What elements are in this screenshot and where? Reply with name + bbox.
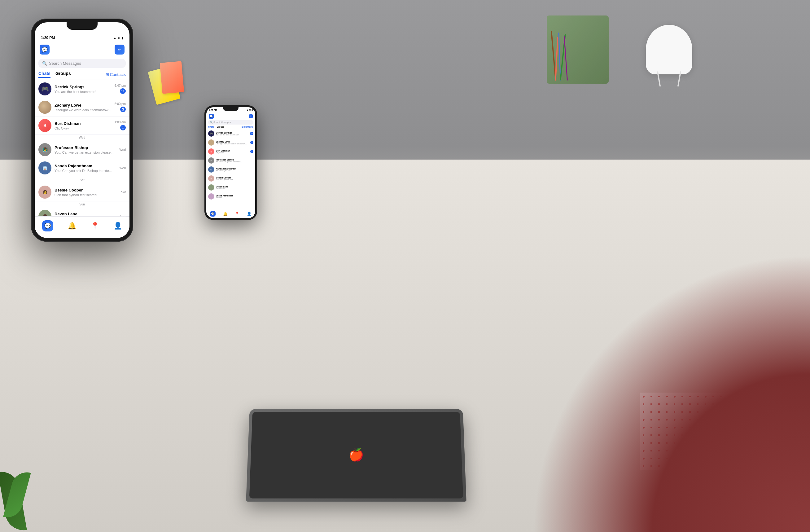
contacts-label: Contacts bbox=[110, 72, 126, 77]
small-chat-item[interactable]: B Bert Dishman Oh, Okay 1 bbox=[206, 147, 255, 156]
small-header: 💬 ✏ bbox=[206, 113, 255, 119]
nav-notifications[interactable]: 🔔 bbox=[68, 222, 76, 230]
search-bar[interactable]: 🔍 Search Messages bbox=[38, 59, 126, 68]
small-nav-profile[interactable]: 👤 bbox=[247, 212, 252, 216]
small-chat-name: Zachary Lowe bbox=[216, 141, 249, 143]
phone-notch bbox=[67, 22, 98, 30]
status-bar: 1:20 PM ▲ ⊕ ▮ bbox=[35, 32, 129, 42]
small-search[interactable]: 🔍 Search Messages bbox=[208, 120, 253, 125]
small-nav-location[interactable]: 📍 bbox=[235, 212, 240, 216]
small-chat-content: Nanda Rajarathnam You: Can you ask... bbox=[216, 167, 253, 172]
small-nav-bell[interactable]: 🔔 bbox=[223, 212, 228, 216]
status-icons: ▲ ⊕ ▮ bbox=[113, 36, 123, 40]
small-avatar bbox=[208, 140, 214, 146]
chat-item-bessie[interactable]: 👩 Bessie Cooper 0 on that python test sc… bbox=[35, 183, 129, 201]
chat-name: Professor Bishop bbox=[54, 145, 116, 150]
unread-badge: 1 bbox=[120, 125, 126, 130]
small-chat-item[interactable]: P Professor Bishop You: Can we get an ex… bbox=[206, 156, 255, 165]
laptop: 🍎 bbox=[246, 409, 467, 502]
nav-chats[interactable]: 💬 bbox=[42, 220, 53, 231]
chat-meta: 6:47 pm 11 bbox=[115, 84, 126, 94]
chat-meta: Wed bbox=[119, 166, 126, 170]
chat-preview: Oh, Okay bbox=[54, 126, 112, 130]
avatar bbox=[38, 101, 51, 114]
small-logo: 💬 bbox=[209, 114, 214, 119]
small-tab-groups[interactable]: Groups bbox=[216, 126, 224, 128]
small-chat-content: Derrick Springs You are the best teammat… bbox=[216, 132, 248, 136]
small-nav-chats[interactable]: 💬 bbox=[210, 211, 215, 216]
chat-name: Bert Dishman bbox=[54, 121, 112, 126]
chat-item[interactable]: Zachary Lowe I thought we were doin it t… bbox=[35, 98, 129, 116]
chat-preview: 0 on that python test scored bbox=[54, 193, 118, 197]
small-chat-item[interactable]: B Bessie Cooper 0 on that python test bbox=[206, 174, 255, 183]
nav-profile[interactable]: 👤 bbox=[114, 222, 122, 230]
phone-small: 1:20 PM ▲ ⊕ ▮ 💬 ✏ 🔍 Search Messages Chat… bbox=[205, 106, 257, 220]
small-chat-item[interactable]: N Nanda Rajarathnam You: Can you ask... bbox=[206, 165, 255, 174]
small-tab-contacts[interactable]: ⊞ Contacts bbox=[242, 126, 253, 128]
phone-large-screen: 1:20 PM ▲ ⊕ ▮ 💬 ✏ bbox=[35, 22, 129, 238]
chat-meta: Sat bbox=[121, 191, 126, 194]
tabs-container: Chats Groups ⊞ Contacts bbox=[35, 70, 129, 80]
compose-button[interactable]: ✏ bbox=[115, 45, 125, 54]
chat-content: Professor Bishop You: Can we get an exte… bbox=[54, 145, 116, 154]
chat-meta: 6:00 pm 3 bbox=[115, 102, 126, 112]
small-chat-name: Derrick Springs bbox=[216, 132, 248, 134]
chat-content: Nanda Rajarathnam You: Can you ask Dr. B… bbox=[54, 164, 116, 173]
chat-name: Nanda Rajarathnam bbox=[54, 164, 116, 168]
small-avatar bbox=[208, 193, 214, 199]
small-chat-content: Devon Lane IM RAGING bbox=[216, 186, 253, 190]
small-chat-item[interactable]: Zachary Lowe I thought we were doin it t… bbox=[206, 138, 255, 147]
status-time: 1:20 PM bbox=[41, 36, 55, 40]
small-chat-name: Bessie Cooper bbox=[216, 177, 253, 179]
background-scene: 🍎 1:20 PM ▲ ⊕ ▮ bbox=[0, 0, 810, 532]
battery-icon: ▮ bbox=[122, 36, 123, 40]
book-decoration-2 bbox=[160, 61, 184, 94]
small-chat-list: 🎮 Derrick Springs You are the best teamm… bbox=[206, 129, 255, 201]
day-separator: Wed bbox=[35, 135, 129, 141]
phone-small-screen: 1:20 PM ▲ ⊕ ▮ 💬 ✏ 🔍 Search Messages Chat… bbox=[206, 107, 255, 218]
small-compose-button[interactable]: ✏ bbox=[249, 114, 253, 118]
small-tabs: Chats Groups ⊞ Contacts bbox=[206, 125, 255, 129]
small-chat-preview: You: Can you ask... bbox=[216, 170, 253, 172]
compose-icon: ✏ bbox=[118, 47, 122, 52]
chat-item[interactable]: 👔 Nanda Rajarathnam You: Can you ask Dr.… bbox=[35, 159, 129, 177]
small-chat-name: Nanda Rajarathnam bbox=[216, 167, 253, 170]
bell-icon: 🔔 bbox=[68, 222, 76, 230]
small-chat-name: Bert Dishman bbox=[216, 150, 249, 152]
white-chair-decoration bbox=[646, 25, 692, 74]
small-chat-preview: Oh, Okay bbox=[216, 152, 249, 154]
chat-content: Bert Dishman Oh, Okay bbox=[54, 121, 112, 130]
search-placeholder: Search Messages bbox=[49, 61, 81, 66]
tab-groups[interactable]: Groups bbox=[55, 71, 71, 78]
small-chat-preview: perfect! bbox=[216, 197, 253, 199]
small-chat-item[interactable]: 🎮 Derrick Springs You are the best teamm… bbox=[206, 129, 255, 138]
phone-large: 1:20 PM ▲ ⊕ ▮ 💬 ✏ bbox=[31, 19, 133, 242]
small-badge: 11 bbox=[250, 132, 253, 135]
small-chat-content: Zachary Lowe I thought we were doin it t… bbox=[216, 141, 249, 145]
small-avatar: 🎮 bbox=[208, 130, 214, 136]
search-icon: 🔍 bbox=[42, 61, 47, 66]
small-chat-content: Bert Dishman Oh, Okay bbox=[216, 150, 249, 154]
tab-chats[interactable]: Chats bbox=[38, 71, 50, 78]
tab-contacts[interactable]: ⊞ Contacts bbox=[106, 72, 126, 77]
small-chat-item[interactable]: Leslie Alexander perfect! bbox=[206, 192, 255, 201]
small-tab-chats[interactable]: Chats bbox=[208, 126, 214, 128]
bottom-nav: 💬 🔔 📍 👤 bbox=[35, 216, 129, 238]
chat-time: Wed bbox=[119, 148, 126, 151]
chat-time: 1:00 am bbox=[115, 120, 126, 124]
avatar: 🎮 bbox=[38, 82, 51, 95]
chat-meta: 1:00 am 1 bbox=[115, 120, 126, 130]
profile-icon: 👤 bbox=[114, 222, 122, 230]
chat-item[interactable]: 🎮 Derrick Springs You are the best teamm… bbox=[35, 80, 129, 98]
small-status-icons: ▲ ⊕ ▮ bbox=[246, 109, 253, 111]
signal-icon: ▲ bbox=[113, 36, 116, 40]
chat-name: Zachary Lowe bbox=[54, 103, 112, 108]
small-avatar: P bbox=[208, 157, 214, 164]
chat-item[interactable]: B Bert Dishman Oh, Okay 1:00 am 1 bbox=[35, 116, 129, 135]
small-chat-preview: 0 on that python test bbox=[216, 179, 253, 181]
chat-list: 🎮 Derrick Springs You are the best teamm… bbox=[35, 80, 129, 238]
chat-item[interactable]: 👨‍🏫 Professor Bishop You: Can we get an … bbox=[35, 141, 129, 159]
small-bottom-nav: 💬 🔔 📍 👤 bbox=[206, 209, 255, 218]
small-chat-item[interactable]: Devon Lane IM RAGING bbox=[206, 183, 255, 192]
nav-location[interactable]: 📍 bbox=[91, 222, 99, 230]
